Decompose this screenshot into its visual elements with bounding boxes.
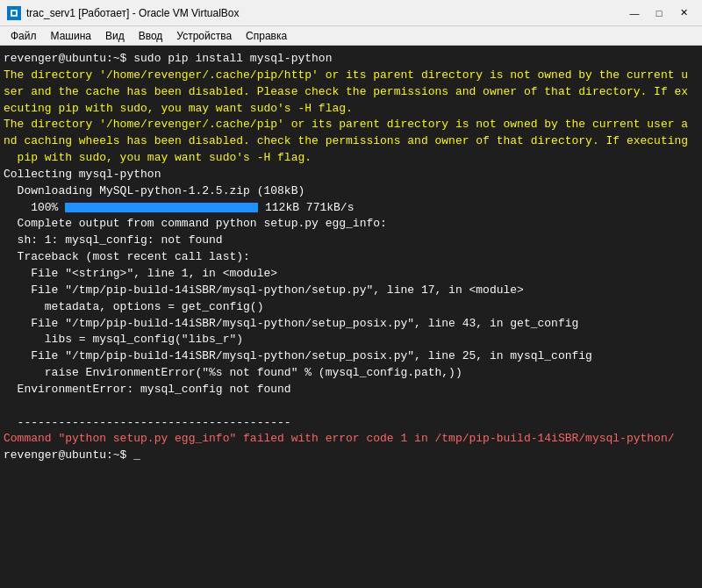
- terminal-line: Command "python setup.py egg_info" faile…: [4, 431, 698, 448]
- terminal-line: revenger@ubuntu:~$ _: [4, 448, 698, 464]
- terminal-line: libs = mysql_config("libs_r"): [4, 332, 698, 348]
- close-button[interactable]: ✕: [672, 4, 695, 22]
- terminal-line: The directory '/home/revenger/.cache/pip…: [4, 117, 698, 133]
- vm-screen[interactable]: revenger@ubuntu:~$ sudo pip install mysq…: [0, 46, 702, 588]
- svg-rect-2: [12, 11, 16, 15]
- titlebar-left: trac_serv1 [Работает] - Oracle VM Virtua…: [7, 6, 240, 20]
- menubar: ФайлМашинаВидВводУстройстваСправка: [0, 26, 702, 46]
- terminal-line: ----------------------------------------: [4, 415, 698, 432]
- menu-item-файл[interactable]: Файл: [4, 28, 44, 44]
- menu-item-устройства[interactable]: Устройства: [169, 28, 239, 44]
- terminal-line: [4, 398, 698, 415]
- menu-item-машина[interactable]: Машина: [44, 28, 98, 44]
- terminal-line: EnvironmentError: mysql_config not found: [4, 382, 698, 398]
- terminal-line: raise EnvironmentError("%s not found" % …: [4, 365, 698, 382]
- terminal-line: File "/tmp/pip-build-14iSBR/mysql-python…: [4, 348, 698, 365]
- terminal-line: metadata, options = get_config(): [4, 299, 698, 316]
- terminal-line: revenger@ubuntu:~$ sudo pip install mysq…: [4, 51, 698, 68]
- maximize-button[interactable]: □: [648, 4, 670, 22]
- terminal-line: Collecting mysql-python: [4, 167, 698, 183]
- terminal-line: 100% 112kB 771kB/s: [4, 200, 698, 217]
- window-title: trac_serv1 [Работает] - Oracle VM Virtua…: [26, 7, 240, 19]
- terminal[interactable]: revenger@ubuntu:~$ sudo pip install mysq…: [0, 46, 702, 588]
- terminal-line: Traceback (most recent call last):: [4, 249, 698, 266]
- vbox-icon: [7, 6, 21, 20]
- terminal-line: ser and the cache has been disabled. Ple…: [4, 84, 698, 101]
- menu-item-справка[interactable]: Справка: [239, 28, 294, 44]
- terminal-line: sh: 1: mysql_config: not found: [4, 233, 698, 249]
- terminal-line: File "<string>", line 1, in <module>: [4, 266, 698, 283]
- titlebar: trac_serv1 [Работает] - Oracle VM Virtua…: [0, 0, 702, 26]
- window-controls: — □ ✕: [623, 4, 695, 22]
- terminal-line: pip with sudo, you may want sudo's -H fl…: [4, 150, 698, 167]
- terminal-line: Complete output from command python setu…: [4, 216, 698, 233]
- terminal-line: File "/tmp/pip-build-14iSBR/mysql-python…: [4, 283, 698, 299]
- menu-item-ввод[interactable]: Ввод: [132, 28, 170, 44]
- terminal-line: Downloading MySQL-python-1.2.5.zip (108k…: [4, 183, 698, 200]
- terminal-line: ecuting pip with sudo, you may want sudo…: [4, 101, 698, 118]
- terminal-line: File "/tmp/pip-build-14iSBR/mysql-python…: [4, 316, 698, 333]
- menu-item-вид[interactable]: Вид: [98, 28, 132, 44]
- terminal-line: The directory '/home/revenger/.cache/pip…: [4, 68, 698, 84]
- minimize-button[interactable]: —: [623, 4, 646, 22]
- terminal-output: revenger@ubuntu:~$ sudo pip install mysq…: [0, 46, 702, 588]
- terminal-line: nd caching wheels has been disabled. che…: [4, 133, 698, 150]
